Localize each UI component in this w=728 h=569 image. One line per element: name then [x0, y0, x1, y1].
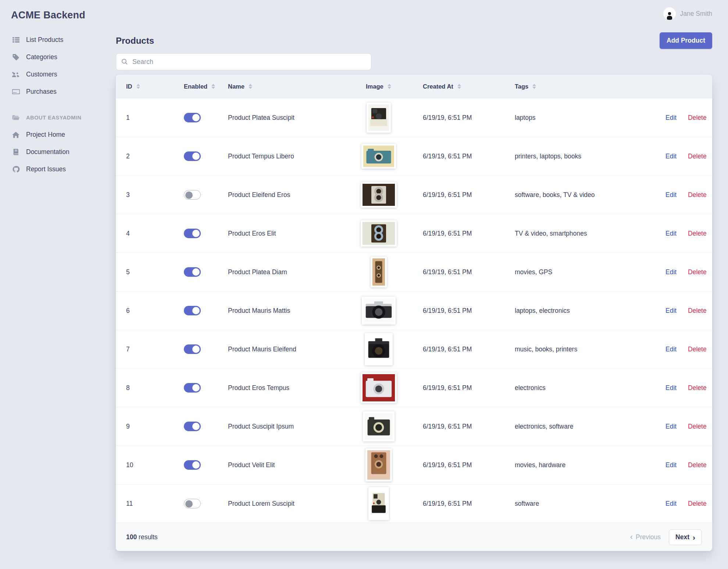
enabled-toggle[interactable]	[184, 151, 201, 161]
previous-button[interactable]: ‹ Previous	[630, 533, 661, 541]
column-header-tags[interactable]: Tags	[507, 75, 665, 99]
cell-tags: movies, GPS	[507, 253, 665, 291]
enabled-toggle[interactable]	[184, 190, 201, 200]
delete-link[interactable]: Delete	[688, 268, 707, 276]
enabled-toggle[interactable]	[184, 344, 201, 354]
sort-icon[interactable]	[457, 84, 461, 89]
folder-open-icon	[11, 114, 21, 122]
enabled-toggle[interactable]	[184, 306, 201, 315]
user-menu[interactable]: Jane Smith	[663, 7, 712, 20]
edit-link[interactable]: Edit	[665, 461, 677, 469]
edit-link[interactable]: Edit	[665, 500, 677, 507]
cell-tags: electronics, software	[507, 407, 665, 446]
delete-link[interactable]: Delete	[688, 191, 707, 198]
enabled-toggle[interactable]	[184, 383, 201, 393]
product-image-frame	[367, 335, 391, 364]
sort-icon[interactable]	[136, 84, 140, 89]
delete-link[interactable]: Delete	[688, 307, 707, 314]
delete-link[interactable]: Delete	[688, 114, 707, 121]
column-header-id[interactable]: ID	[116, 75, 171, 99]
edit-link[interactable]: Edit	[665, 268, 677, 276]
home-icon	[11, 131, 21, 139]
enabled-toggle[interactable]	[184, 499, 201, 508]
sidebar-item-report-issues[interactable]: Report Issues	[11, 161, 115, 178]
edit-link[interactable]: Edit	[665, 153, 677, 160]
delete-link[interactable]: Delete	[688, 423, 707, 430]
cell-created: 6/19/19, 6:51 PM	[415, 99, 507, 137]
cell-id: 3	[116, 176, 171, 214]
sidebar-item-customers[interactable]: Customers	[11, 66, 115, 83]
column-header-enabled[interactable]: Enabled	[171, 75, 217, 99]
delete-link[interactable]: Delete	[688, 461, 707, 469]
product-name: Product Suscipit Ipsum	[217, 407, 342, 446]
cell-created: 6/19/19, 6:51 PM	[415, 446, 507, 484]
enabled-toggle[interactable]	[184, 267, 201, 277]
table-row: 1 Product Platea Suscipit 6/19/19, 6:51 …	[116, 99, 712, 137]
cell-created: 6/19/19, 6:51 PM	[415, 253, 507, 291]
product-name: Product Eleifend Eros	[217, 176, 342, 214]
search-input[interactable]	[132, 58, 366, 66]
cell-tags: laptops, electronics	[507, 291, 665, 330]
cell-id: 5	[116, 253, 171, 291]
cell-tags: laptops	[507, 99, 665, 137]
edit-link[interactable]: Edit	[665, 423, 677, 430]
column-header-name[interactable]: Name	[217, 75, 342, 99]
sidebar-item-project-home[interactable]: Project Home	[11, 126, 115, 143]
delete-link[interactable]: Delete	[688, 500, 707, 507]
delete-link[interactable]: Delete	[688, 384, 707, 391]
column-header-image[interactable]: Image	[342, 75, 415, 99]
product-image	[361, 372, 397, 403]
product-image-frame	[372, 258, 385, 286]
cell-created: 6/19/19, 6:51 PM	[415, 369, 507, 407]
product-image-frame	[363, 146, 394, 167]
cell-id: 10	[116, 446, 171, 484]
sort-icon[interactable]	[211, 84, 215, 89]
user-name: Jane Smith	[680, 10, 712, 18]
product-name: Product Platea Diam	[217, 253, 342, 291]
cell-id: 1	[116, 99, 171, 137]
product-name: Product Velit Elit	[217, 446, 342, 484]
results-number: 100	[126, 533, 137, 541]
delete-link[interactable]: Delete	[688, 346, 707, 353]
delete-link[interactable]: Delete	[688, 230, 707, 237]
product-image-frame	[367, 450, 390, 480]
book-icon	[11, 148, 21, 156]
enabled-toggle[interactable]	[184, 422, 201, 431]
sort-icon[interactable]	[388, 84, 391, 89]
product-image	[367, 103, 391, 133]
edit-link[interactable]: Edit	[665, 230, 677, 237]
edit-link[interactable]: Edit	[665, 346, 677, 353]
product-image-frame	[363, 222, 395, 245]
edit-link[interactable]: Edit	[665, 114, 677, 121]
enabled-toggle[interactable]	[184, 229, 201, 238]
sidebar-item-label: Categories	[26, 53, 57, 61]
sort-icon[interactable]	[249, 84, 252, 89]
table-row: 3 Product Eleifend Eros 6/19/19, 6:51 PM…	[116, 176, 712, 214]
edit-link[interactable]: Edit	[665, 307, 677, 314]
product-image	[365, 448, 392, 482]
column-header-created-at[interactable]: Created At	[415, 75, 507, 99]
sidebar-section-label: ABOUT EASYADMIN	[26, 115, 81, 121]
sidebar-item-categories[interactable]: Categories	[11, 49, 115, 66]
sidebar-item-purchases[interactable]: Purchases	[11, 83, 115, 100]
app-title: ACME Backend	[11, 10, 115, 21]
product-image	[363, 411, 395, 441]
cell-created: 6/19/19, 6:51 PM	[415, 407, 507, 446]
enabled-toggle[interactable]	[184, 113, 201, 122]
edit-link[interactable]: Edit	[665, 384, 677, 391]
edit-link[interactable]: Edit	[665, 191, 677, 198]
next-button[interactable]: Next ›	[669, 529, 702, 545]
sort-icon[interactable]	[532, 84, 536, 89]
page-head: Products Add Product	[116, 32, 712, 49]
list-icon	[11, 36, 21, 44]
add-product-button[interactable]: Add Product	[660, 32, 712, 49]
delete-link[interactable]: Delete	[688, 153, 707, 160]
sidebar-item-list-products[interactable]: List Products	[11, 31, 115, 49]
cell-id: 6	[116, 291, 171, 330]
enabled-toggle[interactable]	[184, 460, 201, 470]
sidebar-item-documentation[interactable]: Documentation	[11, 143, 115, 161]
product-image	[365, 333, 393, 365]
cell-id: 4	[116, 214, 171, 253]
product-image	[362, 297, 396, 325]
tags-icon	[11, 53, 21, 61]
